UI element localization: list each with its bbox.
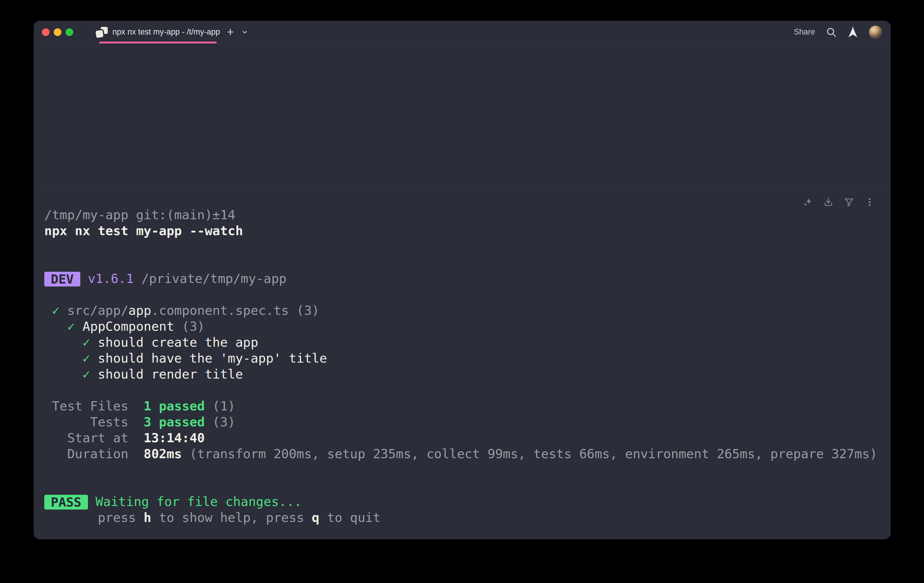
- terminal-text: ✓: [44, 335, 98, 350]
- download-icon[interactable]: [823, 197, 833, 207]
- dev-badge: DEV: [44, 272, 80, 287]
- terminal-text: [80, 271, 88, 286]
- new-tab-button[interactable]: +: [227, 26, 234, 38]
- traffic-lights: [42, 28, 73, 36]
- summary-tests-line: Tests 3 passed (3): [44, 414, 879, 430]
- user-avatar[interactable]: [869, 25, 883, 39]
- terminal-output: /tmp/my-app git:(main)±14npx nx test my-…: [34, 192, 891, 525]
- minimize-button[interactable]: [54, 28, 61, 36]
- terminal-window: npx nx test my-app - /t/my-app + Share: [34, 21, 891, 539]
- terminal-text: /private/tmp/my-app: [134, 271, 287, 286]
- terminal-text: Waiting for file changes...: [95, 494, 302, 509]
- terminal-text: ✓: [44, 367, 98, 382]
- terminal-text: (1): [205, 399, 236, 413]
- terminal-text: Tests: [44, 415, 144, 429]
- active-tab-underline: [99, 41, 217, 43]
- block-toolbar: [803, 197, 875, 207]
- command-line: npx nx test my-app --watch: [44, 223, 879, 239]
- blank-line: [44, 287, 879, 302]
- terminal-text: ✓: [44, 303, 67, 318]
- ai-sparkles-icon[interactable]: [803, 197, 813, 207]
- tab-dropdown-chevron-icon[interactable]: [241, 29, 248, 36]
- terminal-text: (transform 200ms, setup 235ms, collect 9…: [182, 446, 877, 461]
- blank-line: [44, 239, 879, 255]
- vitest-header-line: DEV v1.6.1 /private/tmp/my-app: [44, 270, 879, 287]
- zoom-button[interactable]: [66, 28, 73, 36]
- prompt-line: /tmp/my-app git:(main)±14: [44, 207, 879, 223]
- blank-line: [44, 382, 879, 398]
- terminal-text: (3): [174, 319, 205, 334]
- terminal-text: should create the app: [98, 335, 258, 350]
- previous-blocks-area[interactable]: [34, 44, 891, 192]
- summary-start-at-line: Start at 13:14:40: [44, 430, 879, 446]
- terminal-text: to quit: [319, 510, 381, 525]
- warp-logo-icon[interactable]: [848, 26, 858, 38]
- terminal-text: press: [44, 510, 144, 525]
- blank-line: [44, 478, 879, 494]
- tab-title: npx nx test my-app - /t/my-app: [112, 28, 220, 36]
- terminal-text: Start at: [44, 430, 144, 445]
- terminal-text: Duration: [44, 446, 144, 461]
- terminal-text: ✓: [44, 351, 98, 366]
- terminal-text: should have the 'my-app' title: [98, 351, 327, 366]
- terminal-text: Test Files: [44, 399, 144, 413]
- pass-badge: PASS: [44, 495, 88, 509]
- blank-line: [44, 255, 879, 270]
- tab-pages-icon: [96, 27, 108, 38]
- terminal-text: should render title: [98, 367, 243, 382]
- active-tab[interactable]: npx nx test my-app - /t/my-app: [98, 21, 218, 43]
- test-file-line: ✓ src/app/app.component.spec.ts (3): [44, 302, 879, 318]
- summary-test-files-line: Test Files 1 passed (1): [44, 398, 879, 414]
- test-case-line: ✓ should create the app: [44, 334, 879, 350]
- terminal-text: /tmp/my-app git:(main)±14: [44, 208, 235, 222]
- terminal-text: npx nx test my-app --watch: [44, 223, 243, 238]
- terminal-text: [88, 494, 96, 509]
- blank-line: [44, 462, 879, 478]
- watch-help-line: press h to show help, press q to quit: [44, 509, 879, 525]
- search-icon[interactable]: [826, 26, 837, 38]
- watch-status-line: PASS Waiting for file changes...: [44, 494, 879, 509]
- terminal-text: to show help, press: [151, 510, 312, 525]
- test-case-line: ✓ should have the 'my-app' title: [44, 350, 879, 366]
- terminal-text: ✓: [44, 319, 82, 334]
- terminal-text: q: [312, 510, 319, 525]
- test-case-line: ✓ should render title: [44, 366, 879, 382]
- close-button[interactable]: [42, 28, 50, 36]
- kebab-menu-icon[interactable]: [865, 197, 875, 207]
- terminal-text: 802ms: [144, 446, 182, 461]
- title-bar: npx nx test my-app - /t/my-app + Share: [34, 21, 891, 44]
- summary-duration-line: Duration 802ms (transform 200ms, setup 2…: [44, 446, 879, 462]
- terminal-text: (3): [289, 303, 319, 318]
- terminal-text: 13:14:40: [144, 430, 205, 445]
- terminal-text: (3): [205, 415, 236, 429]
- terminal-text: h: [144, 510, 152, 525]
- share-button[interactable]: Share: [794, 28, 815, 36]
- test-suite-line: ✓ AppComponent (3): [44, 318, 879, 334]
- terminal-text: src/app/: [67, 303, 129, 318]
- filter-icon[interactable]: [844, 197, 854, 207]
- terminal-text: AppComponent: [82, 319, 174, 334]
- terminal-text: 3 passed: [144, 415, 205, 429]
- terminal-text: .component.spec.ts: [151, 303, 289, 318]
- terminal-text: app: [129, 303, 152, 318]
- terminal-text: v1.6.1: [88, 271, 134, 286]
- terminal-text: 1 passed: [144, 399, 205, 413]
